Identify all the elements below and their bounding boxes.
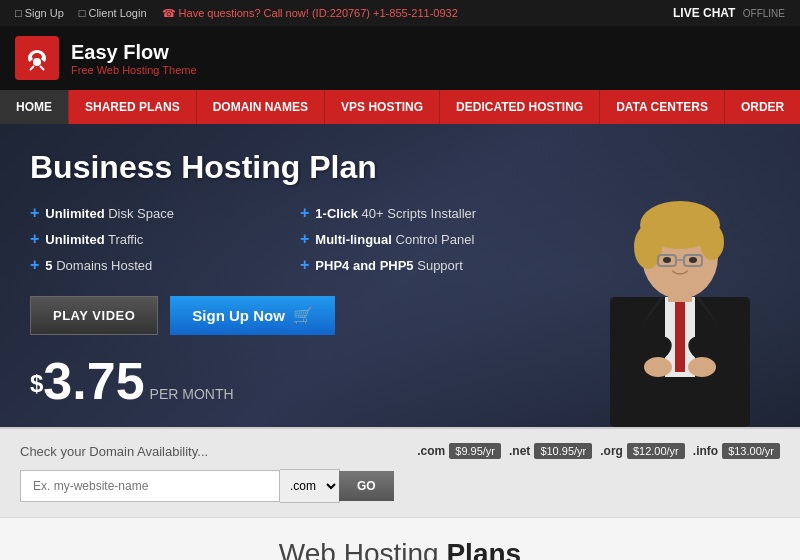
feature-plus-icon: + xyxy=(30,256,39,274)
logo-icon xyxy=(15,36,59,80)
signup-link[interactable]: □ Sign Up xyxy=(15,7,64,19)
svg-point-9 xyxy=(688,357,716,377)
signup-icon: □ xyxy=(15,7,22,19)
logo-text: Easy Flow Free Web Hosting Theme xyxy=(71,41,197,76)
feature-plus-icon: + xyxy=(300,230,309,248)
domain-input-row: .com .net .org .info GO xyxy=(20,469,780,503)
domain-ext-info: .info $13.00/yr xyxy=(693,443,780,459)
phone-info: ☎ Have questions? Call now! (ID:220767) … xyxy=(162,7,458,20)
feature-6: + PHP4 and PHP5 Support xyxy=(300,256,550,274)
svg-rect-3 xyxy=(675,302,685,372)
feature-1: + Unlimited Disk Space xyxy=(30,204,280,222)
phone-icon: ☎ xyxy=(162,7,176,19)
hero-features: + Unlimited Disk Space + 1-Click 40+ Scr… xyxy=(30,204,550,274)
nav-item-home[interactable]: HOME xyxy=(0,90,69,124)
top-bar-links: □ Sign Up □ Client Login ☎ Have question… xyxy=(15,7,458,20)
domain-check-label: Check your Domain Availability... xyxy=(20,444,208,459)
domain-ext-org: .org $12.00/yr xyxy=(600,443,685,459)
hero-person-image xyxy=(580,167,800,427)
domain-top-row: Check your Domain Availability... .com $… xyxy=(20,443,780,459)
svg-point-14 xyxy=(700,224,724,260)
play-video-button[interactable]: PLAY VIDEO xyxy=(30,296,158,335)
section-title: Web Hosting Plans xyxy=(30,538,770,560)
nav-item-data-centers[interactable]: DATA CENTERS xyxy=(600,90,725,124)
nav-item-dedicated-hosting[interactable]: DEDICATED HOSTING xyxy=(440,90,600,124)
nav-item-domain-names[interactable]: DOMAIN NAMES xyxy=(197,90,325,124)
domain-section: Check your Domain Availability... .com $… xyxy=(0,427,800,517)
domain-tld-select[interactable]: .com .net .org .info xyxy=(280,469,340,503)
domain-ext-net: .net $10.95/yr xyxy=(509,443,592,459)
svg-point-8 xyxy=(644,357,672,377)
feature-2: + 1-Click 40+ Scripts Installer xyxy=(300,204,550,222)
login-link[interactable]: □ Client Login xyxy=(79,7,147,19)
domain-prices: .com $9.95/yr .net $10.95/yr .org $12.00… xyxy=(417,443,780,459)
main-nav: HOME SHARED PLANS DOMAIN NAMES VPS HOSTI… xyxy=(0,90,800,124)
site-header: Easy Flow Free Web Hosting Theme xyxy=(0,26,800,90)
cart-icon: 🛒 xyxy=(293,306,313,325)
top-bar: □ Sign Up □ Client Login ☎ Have question… xyxy=(0,0,800,26)
nav-item-vps-hosting[interactable]: VPS HOSTING xyxy=(325,90,440,124)
svg-point-0 xyxy=(33,58,41,66)
svg-point-19 xyxy=(689,257,697,263)
feature-5: + 5 Domains Hosted xyxy=(30,256,280,274)
feature-3: + Unlimited Traffic xyxy=(30,230,280,248)
nav-item-order[interactable]: ORDER xyxy=(725,90,800,124)
site-name: Easy Flow xyxy=(71,41,197,64)
domain-go-button[interactable]: GO xyxy=(339,471,394,501)
signup-button[interactable]: Sign Up Now 🛒 xyxy=(170,296,335,335)
site-tagline: Free Web Hosting Theme xyxy=(71,64,197,76)
feature-plus-icon: + xyxy=(30,230,39,248)
feature-4: + Multi-lingual Control Panel xyxy=(300,230,550,248)
feature-plus-icon: + xyxy=(300,256,309,274)
feature-plus-icon: + xyxy=(300,204,309,222)
svg-point-18 xyxy=(663,257,671,263)
nav-item-shared-plans[interactable]: SHARED PLANS xyxy=(69,90,197,124)
live-chat-button[interactable]: LIVE CHAT OFFLINE xyxy=(673,6,785,20)
domain-ext-com: .com $9.95/yr xyxy=(417,443,501,459)
feature-plus-icon: + xyxy=(30,204,39,222)
bottom-section: Web Hosting Plans four custom plans. Sel… xyxy=(0,517,800,560)
domain-input[interactable] xyxy=(20,470,280,502)
hero-section: Business Hosting Plan + Unlimited Disk S… xyxy=(0,124,800,427)
login-icon: □ xyxy=(79,7,86,19)
